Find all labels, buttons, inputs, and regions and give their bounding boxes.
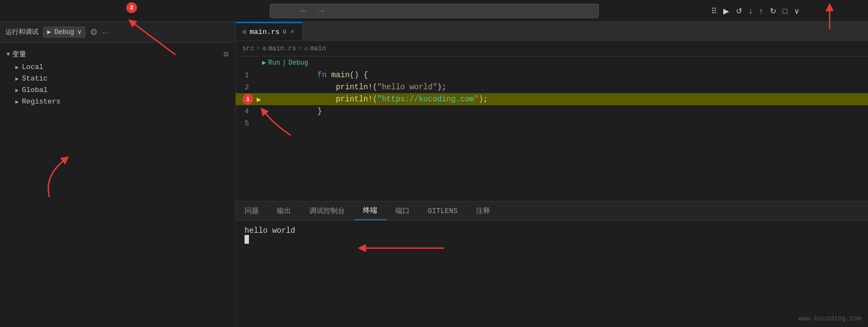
tab-label: 问题: [245, 206, 259, 216]
breadcrumb-symbol: main: [310, 45, 326, 53]
terminal-content[interactable]: hello world: [236, 221, 868, 327]
rust-icon: ⚙: [263, 45, 266, 52]
tab-main-rs[interactable]: ⚙ main.rs U ×: [236, 22, 303, 41]
line-number-5: 5: [236, 119, 258, 128]
terminal-line-1: hello world: [245, 226, 859, 235]
variables-label: 变量: [12, 49, 26, 59]
bottom-panel: 问题 输出 调试控制台 终端 端口 GITLENS 注释: [236, 201, 868, 327]
tab-label: 输出: [277, 206, 291, 216]
tab-label: 端口: [395, 206, 410, 216]
tree-expand-icon: ▶: [15, 64, 19, 71]
restart-button[interactable]: ↻: [767, 4, 779, 18]
refresh-button[interactable]: ↺: [733, 4, 745, 18]
link-separator: |: [282, 59, 286, 67]
debug-config-name: Debug: [54, 28, 74, 36]
step-into-button[interactable]: ↓: [746, 4, 756, 18]
back-button[interactable]: ←: [296, 4, 311, 18]
panel-tab-ports[interactable]: 端口: [387, 202, 419, 220]
line-number-4: 4: [236, 107, 258, 116]
code-lines: 1 fn main() { 2 println!("hello world");…: [236, 69, 868, 201]
run-button[interactable]: ▶: [721, 4, 732, 18]
run-debug-label: 运行和调试: [5, 27, 38, 37]
sidebar-arrow: [33, 148, 99, 203]
panel-tab-comments[interactable]: 注释: [467, 202, 500, 220]
panel-tab-debug-console[interactable]: 调试控制台: [300, 202, 354, 220]
panel-tabs: 问题 输出 调试控制台 终端 端口 GITLENS 注释: [236, 202, 868, 221]
more-button[interactable]: ···: [102, 28, 109, 37]
run-debug-link: ▶ Run | Debug: [236, 56, 868, 69]
code-line-5: 5: [236, 117, 868, 129]
terminal-output: hello world: [245, 226, 859, 244]
line-number-1: 1: [236, 71, 258, 79]
panel-tab-output[interactable]: 输出: [268, 202, 300, 220]
breadcrumb-sep2: >: [298, 45, 302, 53]
sidebar-item-label: Global: [22, 86, 48, 94]
tab-label: 终端: [363, 205, 377, 215]
tree-expand-icon: ▶: [15, 87, 19, 94]
tree-expand-icon: ▶: [15, 76, 19, 82]
sidebar-item-label: Static: [22, 74, 48, 83]
toolbar-buttons: ⠿ ▶ ↺ ↓ ↑ ↻ □ ∨: [708, 4, 802, 18]
badge-1: 1: [242, 94, 253, 105]
terminal-cursor: [245, 235, 249, 244]
sidebar-item-static[interactable]: ▶ Static: [2, 73, 233, 84]
main-area: 运行和调试 ▶ Debug ∨ ⚙ ··· ▼ 变量 ⧉ ▶ Local: [0, 22, 868, 327]
play-icon: ▶: [47, 28, 51, 36]
panel-tab-gitlens[interactable]: GITLENS: [419, 202, 467, 220]
line-number-2: 2: [236, 83, 258, 91]
sidebar-item-label: Local: [22, 63, 43, 71]
symbol-icon: ◇: [304, 45, 308, 52]
step-out-button[interactable]: ↑: [757, 4, 766, 18]
debug-config-selector[interactable]: ▶ Debug ∨: [43, 26, 86, 38]
tab-modified-indicator: U: [283, 29, 286, 35]
tab-label: 调试控制台: [309, 206, 345, 216]
forward-button[interactable]: →: [314, 4, 329, 18]
editor-area: ⚙ main.rs U × src > ⚙ main.rs > ◇ main 2: [236, 22, 868, 327]
sidebar-item-local[interactable]: ▶ Local: [2, 61, 233, 73]
arrow-to-terminal: [345, 232, 455, 265]
arrow-to-debug-arrow: [258, 105, 313, 138]
more-toolbar-button[interactable]: ∨: [791, 4, 802, 18]
breadcrumb-file: main.rs: [268, 45, 296, 53]
breadcrumb-src: src: [242, 45, 254, 53]
code-editor[interactable]: ▶ Run | Debug 1 fn main() { 2: [236, 56, 868, 201]
terminal-prompt: [245, 235, 859, 244]
panel-tab-problems[interactable]: 问题: [236, 202, 268, 220]
sidebar-item-label: Registers: [22, 97, 60, 106]
grid-icon-button[interactable]: ⠿: [708, 4, 719, 18]
rust-file-icon: ⚙: [242, 28, 246, 36]
breadcrumb: src > ⚙ main.rs > ◇ main 2: [236, 41, 868, 56]
tab-bar: ⚙ main.rs U ×: [236, 22, 868, 41]
panel-tab-terminal[interactable]: 终端: [354, 202, 387, 220]
debug-link[interactable]: Debug: [288, 59, 308, 67]
run-link[interactable]: Run: [268, 59, 280, 67]
variables-collapse-icon: ▼: [7, 51, 10, 58]
copy-variables-button[interactable]: ⧉: [224, 50, 229, 58]
watermark: www.kucoding.com: [798, 315, 861, 323]
breadcrumb-sep1: >: [257, 45, 260, 53]
sidebar-item-global[interactable]: ▶ Global: [2, 84, 233, 96]
gear-button[interactable]: ⚙: [90, 27, 98, 37]
chevron-down-icon: ∨: [77, 28, 81, 36]
stop-button[interactable]: □: [780, 4, 790, 18]
variables-header-left: ▼ 变量: [7, 49, 26, 59]
tab-close-button[interactable]: ×: [290, 28, 296, 36]
sidebar-item-registers[interactable]: ▶ Registers: [2, 96, 233, 107]
tree-expand-icon: ▶: [15, 99, 19, 105]
sidebar: 运行和调试 ▶ Debug ∨ ⚙ ··· ▼ 变量 ⧉ ▶ Local: [0, 22, 236, 327]
tab-filename: main.rs: [249, 28, 280, 36]
code-line-4: 4 }: [236, 105, 868, 117]
toolbar-nav: ← →: [296, 4, 329, 18]
tab-label: 注释: [476, 206, 490, 216]
tab-label: GITLENS: [428, 207, 458, 215]
